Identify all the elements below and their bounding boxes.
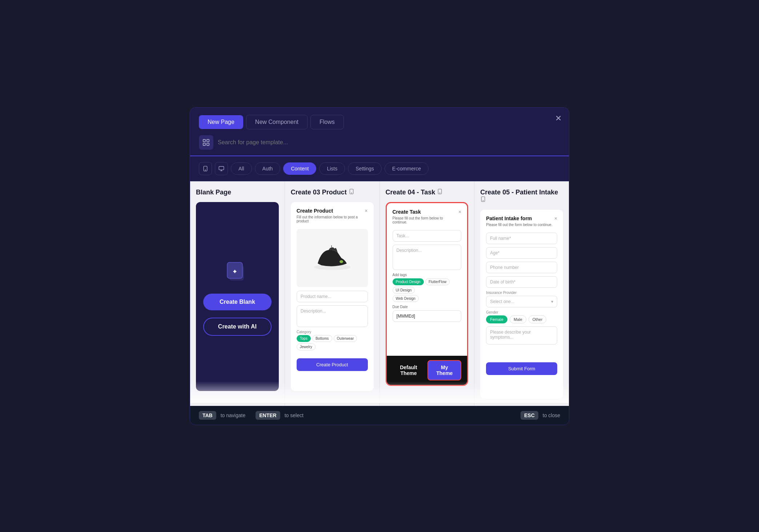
task-preview-inner: Create Task Please fill out the form bel…	[387, 203, 467, 385]
patient-template-section: Create 05 - Patient Intake Patient Intak…	[474, 181, 569, 406]
enter-label: to select	[285, 412, 304, 418]
svg-rect-3	[207, 143, 209, 145]
esc-label: to close	[543, 412, 560, 418]
patient-template-title: Create 05 - Patient Intake	[480, 189, 563, 204]
tag-ui-design[interactable]: UI Design	[393, 287, 415, 294]
task-desc-input[interactable]: Description...	[393, 245, 462, 270]
dob-input[interactable]: Date of birth*	[486, 276, 557, 288]
blank-page-card: Create Blank Create with AI	[196, 202, 279, 391]
filter-ecommerce[interactable]: E-commerce	[385, 162, 429, 175]
tab-key: TAB	[199, 411, 216, 420]
tab-new-component[interactable]: New Component	[246, 115, 308, 129]
task-form-preview: Create Task Please fill out the form bel…	[387, 203, 467, 356]
close-button[interactable]: ✕	[555, 114, 562, 123]
svg-rect-6	[219, 166, 224, 170]
enter-key: ENTER	[256, 411, 280, 420]
patient-submit-area: Submit Form	[480, 362, 563, 381]
tag-web-design[interactable]: Web Design	[393, 295, 419, 302]
tag-flutterflow[interactable]: FlutterFlow	[425, 278, 450, 285]
product-submit-area: Create Product	[291, 355, 374, 377]
product-desc-input[interactable]: Description...	[297, 305, 368, 327]
product-template-preview[interactable]: Create Product Fill out the information …	[291, 202, 374, 391]
task-tags-row: Product Design FlutterFlow UI Design	[393, 278, 462, 294]
bottom-bar: TAB to navigate ENTER to select ESC to c…	[190, 406, 569, 425]
create-product-button[interactable]: Create Product	[297, 358, 368, 371]
tab-label: to navigate	[221, 412, 246, 418]
mobile-device-btn[interactable]	[199, 162, 212, 175]
create-blank-button[interactable]: Create Blank	[203, 294, 272, 310]
search-icon	[199, 135, 213, 150]
svg-rect-2	[203, 143, 205, 145]
product-device-icon	[349, 189, 354, 196]
task-form-subtitle: Please fill out the form below to contin…	[393, 216, 459, 224]
category-tag-tops[interactable]: Tops	[297, 335, 311, 342]
svg-point-14	[351, 193, 352, 193]
create-ai-button[interactable]: Create with AI	[203, 318, 272, 336]
product-name-input[interactable]: Product name...	[297, 291, 368, 302]
chevron-down-icon: ▾	[551, 299, 553, 304]
tab-new-page[interactable]: New Page	[199, 115, 243, 129]
insurance-select[interactable]: Select one... ▾	[486, 296, 557, 307]
add-page-icon	[223, 257, 252, 286]
product-image-area	[297, 229, 368, 287]
product-form-preview: Create Product Fill out the information …	[291, 202, 374, 355]
gender-female-btn[interactable]: Female	[486, 315, 507, 323]
search-input[interactable]	[218, 139, 560, 146]
task-form-title: Create Task	[393, 209, 459, 215]
filter-all[interactable]: All	[231, 162, 252, 175]
task-device-icon	[437, 189, 443, 196]
task-template-wrapper[interactable]: Create Task Please fill out the form bel…	[386, 202, 469, 386]
submit-form-button[interactable]: Submit Form	[486, 362, 557, 375]
filter-bar: All Auth Content Lists Settings E-commer…	[190, 156, 569, 181]
task-tags-row2: Web Design	[393, 295, 462, 302]
modal-header: New Page New Component Flows ✕	[190, 108, 569, 129]
category-section: Category Tops Bottoms Outerwear Jewelry	[297, 330, 368, 350]
full-name-input[interactable]: Full name*	[486, 233, 557, 244]
product-template-section: Create 03 Product Create Product Fill ou…	[285, 181, 380, 406]
svg-point-5	[205, 170, 205, 170]
default-theme-btn[interactable]: Default Theme	[393, 361, 425, 380]
gender-male-btn[interactable]: Male	[510, 315, 526, 323]
due-date-section: Due Date [MMMEd]	[393, 305, 462, 322]
svg-rect-1	[207, 139, 209, 141]
symptoms-input[interactable]: Please describe your symptoms...	[486, 326, 557, 344]
filter-auth[interactable]: Auth	[255, 162, 281, 175]
product-form-title: Create Product	[297, 208, 365, 214]
category-tag-bottoms[interactable]: Bottoms	[312, 335, 332, 342]
due-date-input[interactable]: [MMMEd]	[393, 310, 462, 322]
patient-device-icon	[480, 196, 486, 203]
filter-lists[interactable]: Lists	[319, 162, 345, 175]
desktop-device-btn[interactable]	[215, 162, 228, 175]
task-template-section: Create 04 - Task Create Task Please fill	[380, 181, 474, 406]
gender-options: Female Male Other	[486, 315, 557, 323]
task-input[interactable]: Task...	[393, 230, 462, 242]
svg-rect-0	[203, 139, 205, 141]
tab-flows[interactable]: Flows	[310, 115, 344, 129]
patient-form-title: Patient Intake form	[486, 215, 552, 221]
svg-point-21	[483, 200, 483, 201]
svg-point-19	[440, 193, 440, 193]
product-form-subtitle: Fill out the information below to post a…	[297, 215, 365, 223]
category-label: Category	[297, 330, 368, 334]
svg-point-17	[340, 260, 343, 263]
task-close-icon[interactable]: ×	[458, 209, 461, 215]
product-template-title: Create 03 Product	[291, 189, 374, 196]
gender-other-btn[interactable]: Other	[529, 315, 547, 323]
category-tag-outerwear[interactable]: Outerwear	[334, 335, 357, 342]
blank-page-section: Blank Page Create Blank Create with A	[190, 181, 285, 406]
esc-key: ESC	[521, 411, 538, 420]
category-tag-jewelry[interactable]: Jewelry	[297, 343, 316, 350]
insurance-label: Insurance Provider	[486, 291, 557, 295]
filter-content[interactable]: Content	[283, 162, 316, 175]
product-close-icon[interactable]: ×	[365, 208, 368, 214]
phone-input[interactable]: Phone number	[486, 262, 557, 273]
task-template-title: Create 04 - Task	[386, 189, 469, 196]
patient-form-preview: Patient Intake form Please fill out the …	[480, 210, 563, 362]
tag-product-design[interactable]: Product Design	[393, 278, 424, 285]
patient-close-icon[interactable]: ×	[554, 215, 557, 221]
age-input[interactable]: Age*	[486, 247, 557, 259]
theme-footer: Default Theme My Theme	[387, 356, 467, 385]
patient-template-preview[interactable]: Patient Intake form Please fill out the …	[480, 210, 563, 399]
my-theme-btn[interactable]: My Theme	[427, 360, 461, 380]
filter-settings[interactable]: Settings	[348, 162, 382, 175]
